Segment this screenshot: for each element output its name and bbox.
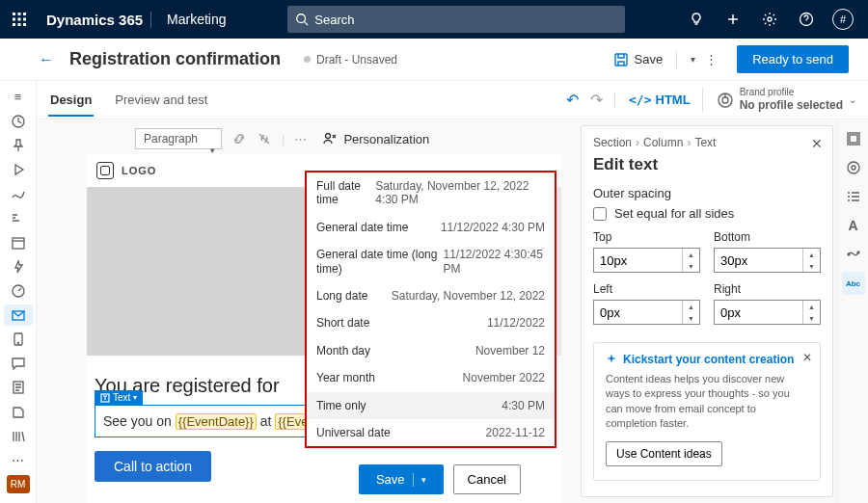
spinner-bottom[interactable]: ▲▼	[714, 248, 821, 273]
format-option[interactable]: General date time (long time)11/12/2022 …	[307, 241, 555, 282]
up-arrow-icon[interactable]: ▲	[683, 249, 699, 260]
chevron-down-icon[interactable]: ▾	[421, 475, 426, 485]
format-option[interactable]: Long dateSaturday, November 12, 2022	[307, 282, 555, 309]
spinner-right[interactable]: ▲▼	[714, 300, 821, 325]
brand-profile-selector[interactable]: Brand profileNo profile selected ⌄	[702, 88, 856, 112]
format-option[interactable]: Universal date2022-11-12	[307, 419, 555, 446]
nav-consent-icon[interactable]	[4, 402, 33, 422]
svg-rect-15	[615, 54, 627, 66]
module-name[interactable]: Marketing	[159, 12, 233, 27]
element-tag[interactable]: Text ▾	[95, 390, 143, 405]
product-name[interactable]: Dynamics 365	[39, 12, 151, 28]
nav-sms-icon[interactable]	[4, 354, 33, 374]
elements-icon[interactable]	[842, 127, 865, 150]
more-commands-icon[interactable]: ⋮	[695, 52, 727, 66]
nav-calendar-icon[interactable]	[4, 232, 33, 252]
record-status: Draft - Unsaved	[304, 53, 397, 66]
content-ideas-card: ✕ Kickstart your content creation Conten…	[593, 342, 821, 481]
up-arrow-icon[interactable]: ▲	[803, 301, 820, 312]
paragraph-style-dropdown[interactable]: Paragraph	[135, 128, 222, 149]
nav-pinned-icon[interactable]	[4, 135, 33, 155]
input-top[interactable]	[594, 249, 682, 272]
format-option[interactable]: Short date11/12/2022	[307, 309, 555, 336]
nav-library-icon[interactable]	[4, 426, 33, 446]
abc-icon[interactable]: Abc	[842, 272, 865, 295]
nav-hamburger-icon[interactable]: ≡	[4, 87, 33, 107]
close-icon[interactable]: ✕	[802, 351, 812, 364]
format-option[interactable]: Full date timeSaturday, November 12, 202…	[307, 172, 555, 214]
down-arrow-icon[interactable]: ▼	[683, 260, 699, 272]
crumb-section[interactable]: Section	[593, 136, 632, 149]
cta-button[interactable]: Call to action	[95, 451, 211, 482]
token-event-date[interactable]: {{EventDate}}	[176, 413, 257, 430]
field-top: Top ▲▼	[593, 230, 700, 273]
flow-icon[interactable]	[842, 243, 865, 266]
up-arrow-icon[interactable]: ▲	[683, 301, 699, 312]
nav-play-icon[interactable]	[4, 159, 33, 179]
down-arrow-icon[interactable]: ▼	[803, 260, 820, 272]
equal-sides-checkbox[interactable]: Set equal for all sides	[593, 206, 821, 221]
input-bottom[interactable]	[715, 249, 802, 272]
list-icon[interactable]	[842, 185, 865, 208]
ready-to-send-button[interactable]: Ready to send	[737, 45, 849, 73]
format-option[interactable]: General date time11/12/2022 4:30 PM	[307, 214, 555, 241]
crumb-column[interactable]: Column	[643, 136, 683, 149]
popup-cancel-button[interactable]: Cancel	[453, 464, 521, 494]
app-launcher-icon[interactable]	[0, 13, 39, 26]
styles-icon[interactable]: A	[842, 214, 865, 237]
help-icon[interactable]	[789, 0, 824, 39]
popup-save-button[interactable]: Save▾	[359, 464, 444, 494]
nav-more-icon[interactable]: ⋯	[4, 450, 33, 470]
logo-text: LOGO	[122, 165, 156, 176]
nav-journeys-icon[interactable]	[4, 184, 33, 204]
svg-point-32	[848, 253, 850, 255]
crumb-text[interactable]: Text	[694, 136, 716, 149]
nav-push-icon[interactable]	[4, 330, 33, 350]
back-arrow-icon[interactable]: ←	[39, 51, 54, 68]
input-left[interactable]	[594, 301, 682, 324]
card-title: Kickstart your content creation	[606, 353, 808, 366]
format-option[interactable]: Time only4:30 PM	[307, 392, 555, 419]
svg-point-24	[722, 97, 728, 103]
close-icon[interactable]: ✕	[811, 136, 823, 151]
undo-icon[interactable]: ↶	[566, 91, 579, 109]
panel-title: Edit text	[593, 155, 821, 174]
nav-triggers-icon[interactable]	[4, 256, 33, 277]
tab-preview[interactable]: Preview and test	[113, 83, 209, 117]
svg-rect-17	[13, 238, 24, 249]
save-button[interactable]: Save	[635, 52, 664, 66]
format-option[interactable]: Month dayNovember 12	[307, 337, 555, 364]
toolbar-more-icon[interactable]: ⋯	[294, 132, 307, 146]
link-icon[interactable]	[231, 131, 247, 146]
field-bottom: Bottom ▲▼	[714, 230, 821, 273]
nav-recent-icon[interactable]	[4, 111, 33, 131]
use-content-ideas-button[interactable]: Use Content ideas	[606, 441, 722, 466]
nav-dashboard-icon[interactable]	[4, 280, 33, 301]
add-icon[interactable]	[716, 0, 750, 39]
page-title: Registration confirmation	[69, 49, 281, 69]
user-avatar-small[interactable]: RM	[7, 475, 30, 494]
nav-email-icon[interactable]	[4, 304, 33, 325]
up-arrow-icon[interactable]: ▲	[803, 249, 820, 260]
settings-gear-icon[interactable]	[752, 0, 787, 39]
lightbulb-icon[interactable]	[679, 0, 714, 39]
save-icon[interactable]	[613, 52, 629, 67]
user-avatar[interactable]: #	[826, 0, 860, 39]
down-arrow-icon[interactable]: ▼	[803, 312, 820, 324]
html-toggle[interactable]: </> HTML	[614, 93, 691, 107]
search-input[interactable]: Search	[287, 6, 625, 33]
checkbox-input[interactable]	[593, 207, 607, 221]
svg-rect-4	[18, 18, 21, 21]
redo-icon[interactable]: ↷	[590, 91, 603, 109]
personalization-button[interactable]: Personalization	[322, 131, 429, 146]
tab-design[interactable]: Design	[48, 83, 94, 117]
unlink-icon[interactable]	[257, 131, 272, 146]
nav-analytics-icon[interactable]	[4, 208, 33, 228]
spinner-left[interactable]: ▲▼	[593, 300, 700, 325]
input-right[interactable]	[715, 301, 802, 324]
settings-icon[interactable]	[842, 156, 865, 179]
spinner-top[interactable]: ▲▼	[593, 248, 700, 273]
down-arrow-icon[interactable]: ▼	[683, 312, 699, 324]
format-option[interactable]: Year monthNovember 2022	[307, 364, 555, 391]
nav-forms-icon[interactable]	[4, 378, 33, 398]
